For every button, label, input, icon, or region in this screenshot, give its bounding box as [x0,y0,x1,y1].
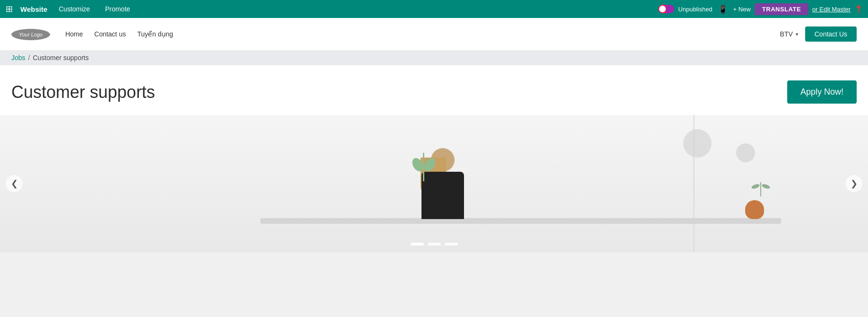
breadcrumb-parent[interactable]: Jobs [11,54,26,62]
carousel-dot-2[interactable] [428,243,441,246]
vase-leaf-left [751,183,760,190]
app-name: Website [20,5,47,13]
breadcrumb: Jobs / Customer supports [0,50,868,65]
language-label: BTV [780,30,793,38]
carousel-dot-1[interactable] [411,243,424,246]
nav-tuyen-dung[interactable]: Tuyển dụng [137,30,173,38]
mobile-icon[interactable]: 📱 [718,5,728,14]
toggle-thumb [659,6,666,12]
promote-nav[interactable]: Promote [101,3,134,15]
job-title: Customer supports [11,82,155,102]
carousel-section: ❮ ❯ [0,115,868,252]
plant-left [417,153,431,191]
customize-nav[interactable]: Customize [55,3,94,15]
desk-surface [260,218,781,224]
carousel-dot-3[interactable] [445,243,458,246]
apply-now-button[interactable]: Apply Now! [787,80,857,104]
language-dropdown[interactable]: BTV ▼ [780,30,799,38]
admin-bar-right: Unpublished 📱 + New TRANSLATE or Edit Ma… [658,3,862,15]
grid-icon[interactable]: ⊞ [6,4,13,14]
site-nav-right: BTV ▼ Contact Us [780,26,857,42]
job-title-section: Customer supports Apply Now! [0,65,868,115]
breadcrumb-separator: / [28,54,30,62]
translate-button[interactable]: TRANSLATE [755,3,808,15]
carousel-next-button[interactable]: ❯ [845,175,862,192]
publish-toggle[interactable] [658,5,674,13]
vase-plant [749,182,773,201]
circle-deco-2 [736,143,755,162]
vase-leaf-right [761,183,771,190]
vase [745,200,764,219]
carousel-prev-button[interactable]: ❮ [6,175,23,192]
site-nav-links: Home Contact us Tuyển dụng [65,30,780,38]
contact-us-button[interactable]: Contact Us [805,26,857,42]
admin-bar-left: ⊞ Website Customize Promote [6,3,651,15]
carousel-inner [0,115,868,252]
site-nav: Your Logo Home Contact us Tuyển dụng BTV… [0,18,868,50]
logo-area: Your Logo [11,30,50,38]
nav-contact-us[interactable]: Contact us [95,30,126,38]
admin-bar: ⊞ Website Customize Promote Unpublished … [0,0,868,18]
logo[interactable]: Your Logo [11,29,50,40]
unpublished-label: Unpublished [678,6,712,13]
carousel-image [0,115,868,252]
carousel-dots [411,243,458,246]
toggle-track [658,5,674,13]
circle-deco-1 [683,129,712,158]
vase-stem [760,182,761,196]
breadcrumb-current: Customer supports [33,54,88,62]
red-arrow-icon: ↗ [851,2,865,16]
chevron-down-icon: ▼ [795,32,799,37]
new-button[interactable]: + New [733,6,751,13]
edit-master-link[interactable]: or Edit Master [812,6,851,13]
nav-home[interactable]: Home [65,30,83,38]
